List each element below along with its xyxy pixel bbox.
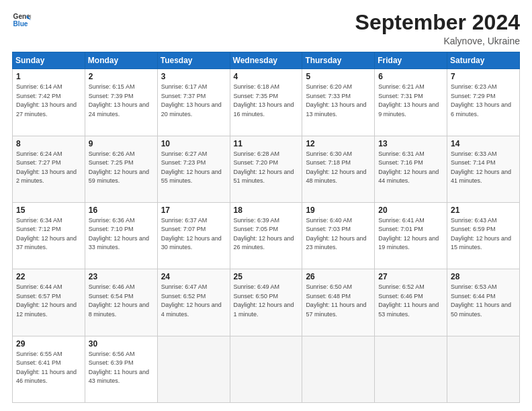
calendar-week-row: 29Sunrise: 6:55 AMSunset: 6:41 PMDayligh…: [13, 336, 520, 402]
calendar-week-row: 15Sunrise: 6:34 AMSunset: 7:12 PMDayligh…: [13, 202, 520, 269]
day-info: Sunrise: 6:43 AMSunset: 6:59 PMDaylight:…: [451, 216, 516, 253]
day-info: Sunrise: 6:14 AMSunset: 7:42 PMDaylight:…: [16, 83, 81, 119]
calendar-day-cell: 4Sunrise: 6:18 AMSunset: 7:35 PMDaylight…: [230, 69, 302, 136]
calendar-day-cell: 24Sunrise: 6:47 AMSunset: 6:52 PMDayligh…: [157, 269, 230, 336]
day-number: 6: [378, 72, 443, 81]
day-info: Sunrise: 6:39 AMSunset: 7:05 PMDaylight:…: [234, 216, 299, 253]
day-number: 11: [234, 139, 299, 148]
svg-text:General: General: [13, 13, 31, 20]
calendar-day-cell: 11Sunrise: 6:28 AMSunset: 7:20 PMDayligh…: [230, 136, 302, 202]
day-info: Sunrise: 6:17 AMSunset: 7:37 PMDaylight:…: [161, 83, 226, 119]
day-info: Sunrise: 6:41 AMSunset: 7:01 PMDaylight:…: [378, 216, 443, 253]
calendar-body: 1Sunrise: 6:14 AMSunset: 7:42 PMDaylight…: [13, 69, 520, 403]
day-number: 15: [16, 205, 81, 215]
day-number: 1: [16, 72, 81, 81]
month-title: September 2024: [355, 11, 520, 34]
day-info: Sunrise: 6:30 AMSunset: 7:18 PMDaylight:…: [306, 150, 371, 186]
day-number: 10: [161, 139, 226, 148]
day-number: 26: [306, 272, 371, 281]
calendar-day-cell: 22Sunrise: 6:44 AMSunset: 6:57 PMDayligh…: [13, 269, 85, 336]
header-sunday: Sunday: [13, 52, 85, 69]
day-info: Sunrise: 6:26 AMSunset: 7:25 PMDaylight:…: [89, 150, 154, 186]
header: General Blue September 2024 Kalynove, Uk…: [12, 11, 520, 46]
day-number: 16: [89, 205, 154, 215]
day-number: 2: [89, 72, 154, 81]
day-number: 4: [234, 72, 299, 81]
day-info: Sunrise: 6:56 AMSunset: 6:39 PMDaylight:…: [89, 350, 154, 386]
day-number: 3: [161, 72, 226, 81]
day-info: Sunrise: 6:49 AMSunset: 6:50 PMDaylight:…: [234, 283, 299, 319]
calendar-day-cell: [230, 336, 302, 402]
day-number: 20: [378, 205, 443, 215]
title-block: September 2024 Kalynove, Ukraine: [355, 11, 520, 46]
day-info: Sunrise: 6:52 AMSunset: 6:46 PMDaylight:…: [378, 283, 443, 319]
day-number: 30: [89, 339, 154, 349]
day-number: 22: [16, 272, 81, 281]
day-number: 9: [89, 139, 154, 148]
calendar-day-cell: 17Sunrise: 6:37 AMSunset: 7:07 PMDayligh…: [157, 202, 230, 269]
logo-icon: General Blue: [12, 11, 31, 30]
header-monday: Monday: [85, 52, 157, 69]
day-info: Sunrise: 6:23 AMSunset: 7:29 PMDaylight:…: [451, 83, 516, 119]
day-info: Sunrise: 6:50 AMSunset: 6:48 PMDaylight:…: [306, 283, 371, 319]
calendar-day-cell: 27Sunrise: 6:52 AMSunset: 6:46 PMDayligh…: [375, 269, 447, 336]
logo: General Blue: [12, 11, 31, 30]
calendar-table: Sunday Monday Tuesday Wednesday Thursday…: [12, 52, 520, 403]
day-info: Sunrise: 6:47 AMSunset: 6:52 PMDaylight:…: [161, 283, 226, 319]
day-info: Sunrise: 6:20 AMSunset: 7:33 PMDaylight:…: [306, 83, 371, 119]
header-thursday: Thursday: [302, 52, 375, 69]
calendar-day-cell: 28Sunrise: 6:53 AMSunset: 6:44 PMDayligh…: [447, 269, 520, 336]
calendar-day-cell: 21Sunrise: 6:43 AMSunset: 6:59 PMDayligh…: [447, 202, 520, 269]
calendar-page: General Blue September 2024 Kalynove, Uk…: [0, 0, 532, 411]
day-number: 28: [451, 272, 516, 281]
calendar-day-cell: 8Sunrise: 6:24 AMSunset: 7:27 PMDaylight…: [13, 136, 85, 202]
day-number: 17: [161, 205, 226, 215]
day-number: 23: [89, 272, 154, 281]
day-number: 29: [16, 339, 81, 349]
calendar-day-cell: 19Sunrise: 6:40 AMSunset: 7:03 PMDayligh…: [302, 202, 375, 269]
day-number: 14: [451, 139, 516, 148]
calendar-day-cell: 3Sunrise: 6:17 AMSunset: 7:37 PMDaylight…: [157, 69, 230, 136]
calendar-day-cell: [157, 336, 230, 402]
calendar-day-cell: 13Sunrise: 6:31 AMSunset: 7:16 PMDayligh…: [375, 136, 447, 202]
calendar-day-cell: 15Sunrise: 6:34 AMSunset: 7:12 PMDayligh…: [13, 202, 85, 269]
calendar-day-cell: [375, 336, 447, 402]
day-number: 7: [451, 72, 516, 81]
calendar-day-cell: 26Sunrise: 6:50 AMSunset: 6:48 PMDayligh…: [302, 269, 375, 336]
calendar-day-cell: 9Sunrise: 6:26 AMSunset: 7:25 PMDaylight…: [85, 136, 157, 202]
day-number: 19: [306, 205, 371, 215]
calendar-week-row: 22Sunrise: 6:44 AMSunset: 6:57 PMDayligh…: [13, 269, 520, 336]
day-info: Sunrise: 6:31 AMSunset: 7:16 PMDaylight:…: [378, 150, 443, 186]
calendar-day-cell: 6Sunrise: 6:21 AMSunset: 7:31 PMDaylight…: [375, 69, 447, 136]
location-subtitle: Kalynove, Ukraine: [355, 36, 520, 46]
day-number: 24: [161, 272, 226, 281]
header-wednesday: Wednesday: [230, 52, 302, 69]
day-number: 21: [451, 205, 516, 215]
calendar-day-cell: [302, 336, 375, 402]
day-info: Sunrise: 6:36 AMSunset: 7:10 PMDaylight:…: [89, 216, 154, 253]
calendar-day-cell: 16Sunrise: 6:36 AMSunset: 7:10 PMDayligh…: [85, 202, 157, 269]
day-number: 18: [234, 205, 299, 215]
day-number: 5: [306, 72, 371, 81]
calendar-header-row: Sunday Monday Tuesday Wednesday Thursday…: [13, 52, 520, 69]
calendar-day-cell: 7Sunrise: 6:23 AMSunset: 7:29 PMDaylight…: [447, 69, 520, 136]
calendar-day-cell: 29Sunrise: 6:55 AMSunset: 6:41 PMDayligh…: [13, 336, 85, 402]
calendar-day-cell: 20Sunrise: 6:41 AMSunset: 7:01 PMDayligh…: [375, 202, 447, 269]
day-info: Sunrise: 6:18 AMSunset: 7:35 PMDaylight:…: [234, 83, 299, 119]
svg-text:Blue: Blue: [13, 20, 28, 28]
day-info: Sunrise: 6:27 AMSunset: 7:23 PMDaylight:…: [161, 150, 226, 186]
calendar-day-cell: 18Sunrise: 6:39 AMSunset: 7:05 PMDayligh…: [230, 202, 302, 269]
day-info: Sunrise: 6:33 AMSunset: 7:14 PMDaylight:…: [451, 150, 516, 186]
calendar-day-cell: 5Sunrise: 6:20 AMSunset: 7:33 PMDaylight…: [302, 69, 375, 136]
calendar-day-cell: 30Sunrise: 6:56 AMSunset: 6:39 PMDayligh…: [85, 336, 157, 402]
day-info: Sunrise: 6:53 AMSunset: 6:44 PMDaylight:…: [451, 283, 516, 319]
day-info: Sunrise: 6:40 AMSunset: 7:03 PMDaylight:…: [306, 216, 371, 253]
calendar-week-row: 1Sunrise: 6:14 AMSunset: 7:42 PMDaylight…: [13, 69, 520, 136]
calendar-week-row: 8Sunrise: 6:24 AMSunset: 7:27 PMDaylight…: [13, 136, 520, 202]
day-number: 12: [306, 139, 371, 148]
day-info: Sunrise: 6:15 AMSunset: 7:39 PMDaylight:…: [89, 83, 154, 119]
day-number: 13: [378, 139, 443, 148]
day-info: Sunrise: 6:28 AMSunset: 7:20 PMDaylight:…: [234, 150, 299, 186]
header-saturday: Saturday: [447, 52, 520, 69]
calendar-day-cell: 10Sunrise: 6:27 AMSunset: 7:23 PMDayligh…: [157, 136, 230, 202]
